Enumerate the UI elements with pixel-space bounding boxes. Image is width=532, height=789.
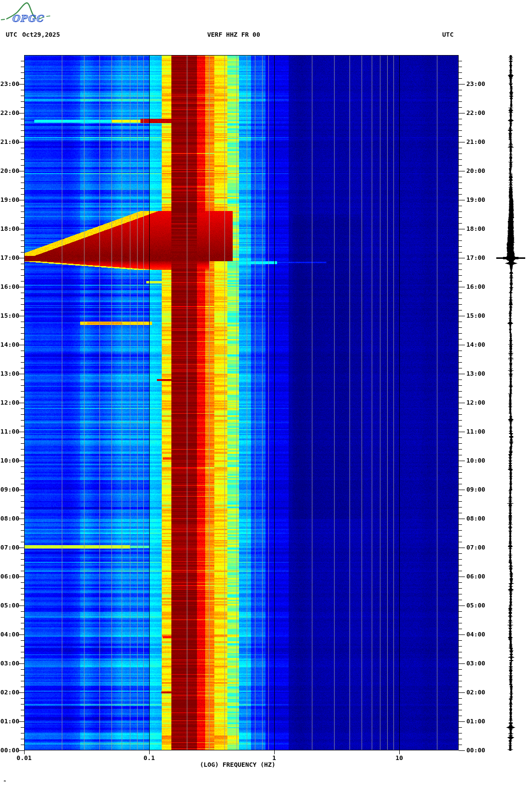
x-label-1: 1	[259, 755, 290, 761]
y-label-right-15:00: 15:00	[466, 312, 485, 319]
y-label-left-06:00: 06:00	[0, 573, 19, 580]
y-label-left-14:00: 14:00	[0, 341, 19, 348]
y-label-right-17:00: 17:00	[466, 254, 485, 261]
y-label-left-12:00: 12:00	[0, 399, 19, 406]
y-label-right-07:00: 07:00	[466, 544, 485, 551]
y-label-right-09:00: 09:00	[466, 486, 485, 493]
y-label-left-22:00: 22:00	[0, 110, 19, 116]
y-label-left-01:00: 01:00	[0, 718, 19, 725]
y-label-right-13:00: 13:00	[466, 370, 485, 377]
y-label-left-04:00: 04:00	[0, 631, 19, 638]
y-label-right-21:00: 21:00	[466, 139, 485, 145]
y-label-left-21:00: 21:00	[0, 139, 19, 145]
y-label-right-18:00: 18:00	[466, 225, 485, 232]
y-label-right-19:00: 19:00	[466, 197, 485, 203]
y-label-right-04:00: 04:00	[466, 631, 485, 638]
y-label-left-19:00: 19:00	[0, 197, 19, 203]
y-label-right-10:00: 10:00	[466, 457, 485, 464]
x-label-0.1: 0.1	[134, 755, 165, 761]
y-label-left-13:00: 13:00	[0, 370, 19, 377]
y-label-right-08:00: 08:00	[466, 515, 485, 522]
x-axis-title: (LOG) FREQUENCY (HZ)	[200, 761, 276, 768]
y-label-left-11:00: 11:00	[0, 428, 19, 435]
logo-left-dash	[1, 19, 5, 20]
y-label-left-08:00: 08:00	[0, 515, 19, 522]
y-label-right-22:00: 22:00	[466, 110, 485, 116]
y-label-left-20:00: 20:00	[0, 168, 19, 174]
y-label-right-14:00: 14:00	[466, 341, 485, 348]
y-label-left-09:00: 09:00	[0, 486, 19, 493]
y-label-right-00:00: 00:00	[466, 747, 485, 754]
y-label-left-23:00: 23:00	[0, 81, 19, 87]
corner-mark: ₘ	[3, 777, 6, 783]
date-label: Oct29,2025	[22, 31, 60, 38]
utc-label-right: UTC	[442, 31, 453, 38]
y-label-right-11:00: 11:00	[466, 428, 485, 435]
y-label-left-16:00: 16:00	[0, 283, 19, 290]
y-label-left-02:00: 02:00	[0, 689, 19, 696]
x-label-10: 10	[384, 755, 415, 761]
y-label-left-00:00: 00:00	[0, 747, 19, 754]
logo-text: OPGC	[12, 13, 44, 24]
y-label-left-17:00: 17:00	[0, 254, 19, 261]
y-label-right-01:00: 01:00	[466, 718, 485, 725]
y-label-left-07:00: 07:00	[0, 544, 19, 551]
y-label-left-10:00: 10:00	[0, 457, 19, 464]
spectrogram-page: { "logo": { "text": "OPGC" }, "header": …	[0, 0, 532, 789]
y-label-right-20:00: 20:00	[466, 168, 485, 174]
utc-label-left: UTC	[6, 31, 17, 38]
y-label-right-12:00: 12:00	[466, 399, 485, 406]
y-label-left-15:00: 15:00	[0, 312, 19, 319]
y-label-left-03:00: 03:00	[0, 660, 19, 667]
y-label-right-06:00: 06:00	[466, 573, 485, 580]
y-label-right-05:00: 05:00	[466, 602, 485, 609]
y-label-right-03:00: 03:00	[466, 660, 485, 667]
opgc-logo: OPGC	[0, 0, 54, 28]
y-label-left-05:00: 05:00	[0, 602, 19, 609]
page-title: VERF HHZ FR 00	[194, 31, 273, 38]
y-label-right-02:00: 02:00	[466, 689, 485, 696]
y-label-right-23:00: 23:00	[466, 81, 485, 87]
spectrogram-canvas	[0, 0, 532, 789]
y-label-left-18:00: 18:00	[0, 225, 19, 232]
x-label-0.01: 0.01	[9, 755, 40, 761]
y-label-right-16:00: 16:00	[466, 283, 485, 290]
